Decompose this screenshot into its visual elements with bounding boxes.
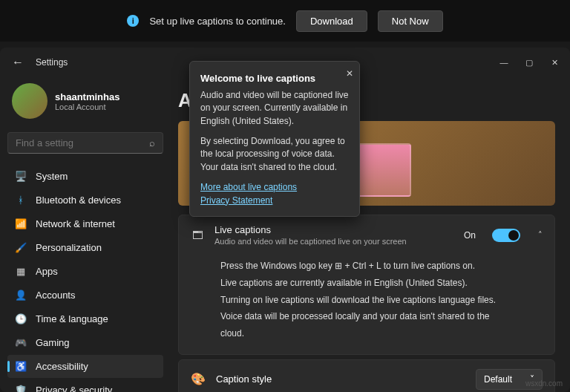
nav-icon: 🛡️ [15,385,27,392]
sidebar-item-network-internet[interactable]: 📶Network & internet [7,212,163,235]
search-icon: ⌕ [149,137,155,148]
welcome-tooltip: ✕ Welcome to live captions Audio and vid… [189,61,360,217]
nav-label: Accessibility [36,361,88,372]
tooltip-link-more[interactable]: More about live captions [200,181,349,194]
nav: 🖥️SystemᚼBluetooth & devices📶Network & i… [7,164,163,392]
caption-style-title: Caption style [216,373,465,385]
live-captions-row[interactable]: 🗔 Live captions Audio and video will be … [179,215,554,255]
profile-sub: Local Account [55,102,119,111]
nav-label: Accounts [36,290,75,301]
live-captions-sub: Audio and video will be captioned live o… [214,237,453,246]
note-3: Turning on live captions will download t… [220,292,513,342]
nav-label: Gaming [36,337,70,348]
sidebar-item-accounts[interactable]: 👤Accounts [7,284,163,307]
search-input[interactable]: ⌕ [7,132,163,154]
watermark: wsxdn.com [525,379,563,388]
live-captions-card: 🗔 Live captions Audio and video will be … [178,215,555,355]
nav-icon: 🖌️ [15,242,27,253]
captions-icon: 🗔 [191,229,204,241]
tooltip-p2: By selecting Download, you agree to the … [200,135,349,174]
sidebar-item-privacy-security[interactable]: 🛡️Privacy & security [7,379,163,392]
sidebar-item-gaming[interactable]: 🎮Gaming [7,331,163,354]
sidebar-item-system[interactable]: 🖥️System [7,165,163,188]
nav-label: Time & language [36,313,108,324]
window-title: Settings [36,57,68,68]
live-captions-details: Press the Windows logo key ⊞ + Ctrl + L … [179,255,554,354]
nav-label: Bluetooth & devices [36,195,121,206]
sidebar-item-personalization[interactable]: 🖌️Personalization [7,236,163,259]
sidebar-item-apps[interactable]: ▦Apps [7,260,163,283]
back-icon[interactable]: ← [10,56,25,69]
live-captions-toggle[interactable] [492,229,520,242]
download-button[interactable]: Download [296,10,367,32]
tooltip-p1: Audio and video will be captioned live o… [200,89,349,128]
note-1: Press the Windows logo key ⊞ + Ctrl + L … [220,258,513,275]
sidebar-item-bluetooth-devices[interactable]: ᚼBluetooth & devices [7,189,163,212]
nav-icon: ᚼ [15,195,27,206]
nav-icon: 🕒 [15,313,27,324]
nav-label: Apps [36,266,58,277]
search-field[interactable] [16,137,149,148]
avatar [12,83,48,119]
nav-icon: ♿ [15,361,27,372]
chevron-up-icon[interactable]: ˄ [538,230,543,240]
toggle-state: On [464,230,476,241]
nav-icon: 👤 [15,290,27,301]
style-icon: 🎨 [191,372,206,386]
banner-text: Set up live captions to continue. [149,16,286,27]
sidebar-item-accessibility[interactable]: ♿Accessibility [7,355,163,378]
notnow-button[interactable]: Not Now [378,10,443,32]
live-captions-title: Live captions [214,224,453,235]
close-button[interactable]: ✕ [549,58,560,68]
setup-banner: i Set up live captions to continue. Down… [0,0,570,42]
sidebar-item-time-language[interactable]: 🕒Time & language [7,307,163,330]
note-2: Live captions are currently available in… [220,275,513,292]
caption-style-value: Default [484,374,512,385]
nav-icon: 🎮 [15,337,27,348]
nav-label: Privacy & security [36,385,112,392]
profile[interactable]: shaantminhas Local Account [7,77,163,132]
nav-label: Personalization [36,242,102,253]
caption-style-card: 🎨 Caption style Default ˅ Edit Delete [178,359,555,392]
sidebar: shaantminhas Local Account ⌕ 🖥️SystemᚼBl… [0,77,171,392]
nav-icon: 📶 [15,218,27,229]
maximize-button[interactable]: ▢ [524,58,534,68]
tooltip-link-privacy[interactable]: Privacy Statement [200,195,349,207]
caption-style-row: 🎨 Caption style Default ˅ [179,360,554,392]
minimize-button[interactable]: ― [499,58,509,68]
info-icon: i [127,15,139,27]
tooltip-close-icon[interactable]: ✕ [346,68,353,80]
nav-label: System [36,171,68,182]
nav-icon: 🖥️ [15,171,27,182]
profile-name: shaantminhas [55,91,119,102]
nav-label: Network & internet [36,218,115,229]
tooltip-title: Welcome to live captions [200,72,349,86]
nav-icon: ▦ [15,266,27,277]
